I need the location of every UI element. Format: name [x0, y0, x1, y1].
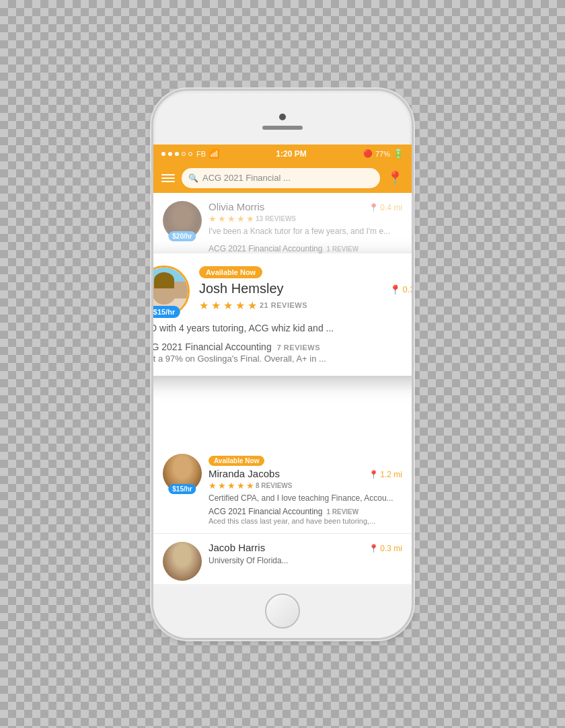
profile-icon[interactable]: 📍: [387, 170, 404, 186]
volume-down-button: [150, 205, 153, 229]
olivia-price: $20/hr: [168, 231, 196, 241]
josh-pin-icon: 📍: [389, 284, 401, 295]
olivia-name: Olivia Morris: [209, 201, 264, 212]
star3: ★: [223, 299, 233, 312]
tutor-list-item-miranda[interactable]: $15/hr Available Now Miranda Jacobs 📍 1.…: [153, 446, 412, 534]
miranda-available-badge: Available Now: [209, 456, 264, 466]
power-button: [412, 195, 415, 235]
olivia-avatar-wrap: $20/hr: [163, 201, 202, 240]
miranda-name: Miranda Jacobs: [209, 468, 280, 479]
star3: ★: [227, 481, 235, 491]
josh-distance: 📍 0.3 mi: [389, 284, 412, 295]
phone-screen: FB 📶 1:20 PM 🔴 77% 🔋 🔍: [153, 145, 412, 584]
miranda-stars: ★ ★ ★ ★ ★ 8 REVIEWS: [209, 481, 402, 491]
battery-percent: 77%: [375, 150, 390, 158]
available-now-badge: Available Now: [199, 266, 262, 278]
olivia-reviews: 13 REVIEWS: [256, 215, 296, 223]
josh-course-reviews: 7 REVIEWS: [277, 343, 320, 352]
star3: ★: [227, 214, 235, 224]
tutor-list-item-jacob[interactable]: Jacob Harris 📍 0.3 mi University Of Flor…: [153, 534, 412, 584]
star2: ★: [218, 481, 226, 491]
menu-icon[interactable]: [161, 174, 175, 182]
status-bar: FB 📶 1:20 PM 🔴 77% 🔋: [153, 145, 412, 163]
josh-name: Josh Hemsley: [199, 281, 284, 296]
bluetooth-icon: 🔴: [363, 149, 373, 158]
miranda-course-reviews: 1 REVIEW: [326, 508, 359, 516]
josh-review-count: 21 REVIEWS: [260, 301, 307, 309]
olivia-course-row: ACG 2021 Financial Accounting 1 REVIEW: [209, 244, 402, 253]
battery-icon: 🔋: [393, 149, 404, 159]
jacob-avatar-wrap: [163, 542, 202, 581]
star2: ★: [211, 299, 221, 312]
camera: [279, 114, 286, 120]
phone-bottom: [153, 584, 412, 638]
star1: ★: [209, 214, 217, 224]
josh-course-row: ACG 2021 Financial Accounting 7 REVIEWS: [153, 341, 412, 352]
jacob-pin-icon: 📍: [369, 544, 379, 553]
menu-line-2: [161, 177, 175, 179]
miranda-pin-icon: 📍: [369, 470, 379, 479]
jacob-name: Jacob Harris: [209, 542, 265, 553]
miranda-price: $15/hr: [168, 484, 196, 494]
miranda-bio: Certified CPA, and I love teaching Finan…: [209, 493, 402, 503]
olivia-course-reviews: 1 REVIEW: [326, 245, 359, 253]
josh-stars: ★ ★ ★ ★ ★ 21 REVIEWS: [199, 299, 412, 312]
signal-dot-1: [161, 152, 165, 156]
josh-course-name: ACG 2021 Financial Accounting: [153, 341, 272, 352]
olivia-stars: ★ ★ ★ ★ ★ 13 REVIEWS: [209, 214, 402, 224]
expanded-card[interactable]: $15/hr Available Now Josh Hemsley 📍 0.3 …: [153, 253, 412, 376]
miranda-course-row: ACG 2021 Financial Accounting 1 REVIEW: [209, 507, 402, 516]
jacob-info: Jacob Harris 📍 0.3 mi University Of Flor…: [209, 542, 402, 565]
josh-name-row: Josh Hemsley 📍 0.3 mi: [199, 281, 412, 296]
signal-dot-3: [175, 152, 179, 156]
olivia-course-name: ACG 2021 Financial Accounting: [209, 244, 322, 253]
carrier-label: FB: [196, 150, 206, 158]
jacob-bio: University Of Florida...: [209, 556, 402, 565]
josh-course-text: I got a 97% on Goslinga's Final. Overall…: [153, 354, 412, 364]
phone: FB 📶 1:20 PM 🔴 77% 🔋 🔍: [151, 89, 414, 640]
star1: ★: [209, 481, 217, 491]
star5: ★: [248, 299, 257, 312]
home-button[interactable]: [265, 594, 300, 629]
miranda-reviews: 8 REVIEWS: [256, 482, 292, 489]
olivia-name-row: Olivia Morris 📍 0.4 mi: [209, 201, 402, 212]
olivia-bio: I've been a Knack tutor for a few years,…: [209, 227, 402, 236]
star1: ★: [199, 299, 209, 312]
nav-bar: 🔍 ACG 2021 Financial ... 📍: [153, 163, 412, 193]
miranda-avatar-wrap: $15/hr: [163, 454, 202, 493]
search-placeholder: ACG 2021 Financial ...: [202, 173, 291, 183]
josh-price: $15/hr: [153, 306, 180, 318]
speaker: [262, 126, 303, 130]
menu-line-1: [161, 174, 175, 175]
jacob-distance: 📍 0.3 mi: [369, 544, 402, 553]
jacob-name-row: Jacob Harris 📍 0.3 mi: [209, 542, 402, 553]
star5: ★: [246, 214, 254, 224]
star4: ★: [237, 481, 245, 491]
miranda-info: Available Now Miranda Jacobs 📍 1.2 mi ★: [209, 454, 402, 503]
search-bar[interactable]: 🔍 ACG 2021 Financial ...: [182, 168, 380, 188]
screen-content: $20/hr Olivia Morris 📍 0.4 mi: [153, 193, 412, 584]
volume-up-button: [150, 171, 153, 196]
search-icon: 🔍: [188, 173, 198, 183]
signal-dot-5: [188, 152, 192, 156]
signal-dot-4: [182, 152, 186, 156]
olivia-distance: 📍 0.4 mi: [369, 203, 402, 212]
miranda-course-text: Aced this class last year, and have been…: [209, 517, 402, 525]
josh-course: ACG 2021 Financial Accounting 7 REVIEWS …: [153, 341, 412, 364]
olivia-info: Olivia Morris 📍 0.4 mi ★ ★ ★ ★: [209, 201, 402, 236]
olivia-pin-icon: 📍: [369, 203, 379, 212]
miranda-distance: 📍 1.2 mi: [369, 470, 402, 479]
wifi-icon: 📶: [209, 149, 219, 159]
phone-wrapper: FB 📶 1:20 PM 🔴 77% 🔋 🔍: [151, 89, 414, 640]
miranda-course: ACG 2021 Financial Accounting 1 REVIEW A…: [163, 507, 402, 525]
jacob-face: [163, 542, 202, 581]
josh-info: Available Now Josh Hemsley 📍 0.3 mi ★: [199, 266, 412, 315]
josh-avatar-wrap: $15/hr: [153, 266, 190, 317]
signal-dot-2: [168, 152, 172, 156]
time-display: 1:20 PM: [276, 149, 306, 159]
card-top: $15/hr Available Now Josh Hemsley 📍 0.3 …: [153, 266, 412, 317]
star4: ★: [235, 299, 245, 312]
jacob-avatar: [163, 542, 202, 581]
miranda-name-row: Miranda Jacobs 📍 1.2 mi: [209, 468, 402, 479]
star4: ★: [237, 214, 245, 224]
